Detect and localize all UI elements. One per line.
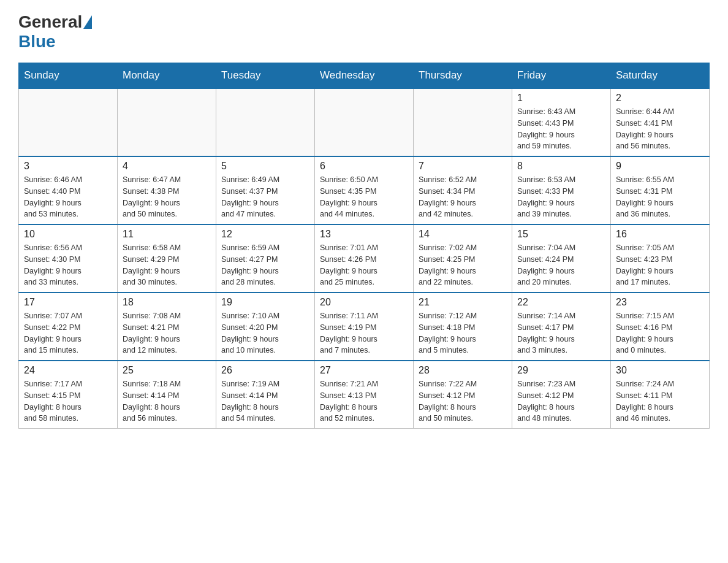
day-number: 6 xyxy=(320,161,408,172)
day-of-week-header: Friday xyxy=(512,63,611,89)
day-info: Sunrise: 7:04 AM Sunset: 4:24 PM Dayligh… xyxy=(517,242,605,288)
day-number: 26 xyxy=(221,365,309,376)
day-info: Sunrise: 6:58 AM Sunset: 4:29 PM Dayligh… xyxy=(123,242,211,288)
calendar-cell: 20Sunrise: 7:11 AM Sunset: 4:19 PM Dayli… xyxy=(315,293,414,361)
calendar-cell: 29Sunrise: 7:23 AM Sunset: 4:12 PM Dayli… xyxy=(512,361,611,429)
day-info: Sunrise: 7:08 AM Sunset: 4:21 PM Dayligh… xyxy=(123,310,211,356)
day-of-week-header: Wednesday xyxy=(315,63,414,89)
logo-blue-text: Blue xyxy=(18,32,56,52)
day-info: Sunrise: 7:15 AM Sunset: 4:16 PM Dayligh… xyxy=(616,310,704,356)
calendar-cell: 12Sunrise: 6:59 AM Sunset: 4:27 PM Dayli… xyxy=(216,224,315,293)
calendar-cell xyxy=(19,88,118,156)
calendar-cell: 9Sunrise: 6:55 AM Sunset: 4:31 PM Daylig… xyxy=(611,156,710,224)
calendar-cell xyxy=(216,88,315,156)
day-number: 22 xyxy=(517,297,605,308)
day-info: Sunrise: 7:19 AM Sunset: 4:14 PM Dayligh… xyxy=(221,378,309,424)
day-of-week-header: Saturday xyxy=(611,63,710,89)
day-number: 23 xyxy=(616,297,704,308)
day-info: Sunrise: 6:55 AM Sunset: 4:31 PM Dayligh… xyxy=(616,174,704,220)
day-number: 21 xyxy=(419,297,507,308)
calendar-table: SundayMondayTuesdayWednesdayThursdayFrid… xyxy=(18,63,710,429)
calendar-cell: 19Sunrise: 7:10 AM Sunset: 4:20 PM Dayli… xyxy=(216,293,315,361)
day-info: Sunrise: 6:47 AM Sunset: 4:38 PM Dayligh… xyxy=(123,174,211,220)
day-number: 7 xyxy=(419,161,507,172)
calendar-cell: 30Sunrise: 7:24 AM Sunset: 4:11 PM Dayli… xyxy=(611,361,710,429)
day-number: 12 xyxy=(221,229,309,240)
calendar-cell: 24Sunrise: 7:17 AM Sunset: 4:15 PM Dayli… xyxy=(19,361,118,429)
calendar-cell: 8Sunrise: 6:53 AM Sunset: 4:33 PM Daylig… xyxy=(512,156,611,224)
day-info: Sunrise: 6:49 AM Sunset: 4:37 PM Dayligh… xyxy=(221,174,309,220)
day-number: 11 xyxy=(123,229,211,240)
day-of-week-header: Tuesday xyxy=(216,63,315,89)
day-number: 19 xyxy=(221,297,309,308)
day-number: 8 xyxy=(517,161,605,172)
day-info: Sunrise: 7:10 AM Sunset: 4:20 PM Dayligh… xyxy=(221,310,309,356)
day-number: 18 xyxy=(123,297,211,308)
day-info: Sunrise: 7:14 AM Sunset: 4:17 PM Dayligh… xyxy=(517,310,605,356)
day-number: 1 xyxy=(517,93,605,104)
calendar-cell: 25Sunrise: 7:18 AM Sunset: 4:14 PM Dayli… xyxy=(118,361,216,429)
calendar-cell: 7Sunrise: 6:52 AM Sunset: 4:34 PM Daylig… xyxy=(414,156,512,224)
day-number: 5 xyxy=(221,161,309,172)
logo-triangle-icon xyxy=(83,15,92,29)
day-info: Sunrise: 6:46 AM Sunset: 4:40 PM Dayligh… xyxy=(24,174,112,220)
day-number: 15 xyxy=(517,229,605,240)
calendar-cell: 15Sunrise: 7:04 AM Sunset: 4:24 PM Dayli… xyxy=(512,224,611,293)
day-info: Sunrise: 7:11 AM Sunset: 4:19 PM Dayligh… xyxy=(320,310,408,356)
day-info: Sunrise: 7:12 AM Sunset: 4:18 PM Dayligh… xyxy=(419,310,507,356)
calendar-cell: 22Sunrise: 7:14 AM Sunset: 4:17 PM Dayli… xyxy=(512,293,611,361)
calendar-cell: 26Sunrise: 7:19 AM Sunset: 4:14 PM Dayli… xyxy=(216,361,315,429)
day-number: 13 xyxy=(320,229,408,240)
day-number: 29 xyxy=(517,365,605,376)
day-of-week-header: Thursday xyxy=(414,63,512,89)
calendar-week-row: 10Sunrise: 6:56 AM Sunset: 4:30 PM Dayli… xyxy=(19,224,710,293)
day-number: 14 xyxy=(419,229,507,240)
calendar-cell: 2Sunrise: 6:44 AM Sunset: 4:41 PM Daylig… xyxy=(611,88,710,156)
logo-general-text: General xyxy=(18,12,82,32)
day-info: Sunrise: 7:23 AM Sunset: 4:12 PM Dayligh… xyxy=(517,378,605,424)
day-info: Sunrise: 7:18 AM Sunset: 4:14 PM Dayligh… xyxy=(123,378,211,424)
calendar-cell: 23Sunrise: 7:15 AM Sunset: 4:16 PM Dayli… xyxy=(611,293,710,361)
day-number: 3 xyxy=(24,161,112,172)
day-number: 30 xyxy=(616,365,704,376)
day-info: Sunrise: 6:52 AM Sunset: 4:34 PM Dayligh… xyxy=(419,174,507,220)
calendar-cell: 13Sunrise: 7:01 AM Sunset: 4:26 PM Dayli… xyxy=(315,224,414,293)
day-number: 2 xyxy=(616,93,704,104)
calendar-cell: 28Sunrise: 7:22 AM Sunset: 4:12 PM Dayli… xyxy=(414,361,512,429)
day-info: Sunrise: 7:01 AM Sunset: 4:26 PM Dayligh… xyxy=(320,242,408,288)
day-info: Sunrise: 7:21 AM Sunset: 4:13 PM Dayligh… xyxy=(320,378,408,424)
calendar-cell xyxy=(414,88,512,156)
calendar-cell: 27Sunrise: 7:21 AM Sunset: 4:13 PM Dayli… xyxy=(315,361,414,429)
calendar-week-row: 17Sunrise: 7:07 AM Sunset: 4:22 PM Dayli… xyxy=(19,293,710,361)
calendar-week-row: 3Sunrise: 6:46 AM Sunset: 4:40 PM Daylig… xyxy=(19,156,710,224)
calendar-cell: 18Sunrise: 7:08 AM Sunset: 4:21 PM Dayli… xyxy=(118,293,216,361)
day-of-week-header: Sunday xyxy=(19,63,118,89)
day-info: Sunrise: 6:43 AM Sunset: 4:43 PM Dayligh… xyxy=(517,106,605,152)
calendar-cell: 3Sunrise: 6:46 AM Sunset: 4:40 PM Daylig… xyxy=(19,156,118,224)
day-info: Sunrise: 6:56 AM Sunset: 4:30 PM Dayligh… xyxy=(24,242,112,288)
logo: General Blue xyxy=(18,12,93,52)
day-number: 27 xyxy=(320,365,408,376)
day-info: Sunrise: 6:44 AM Sunset: 4:41 PM Dayligh… xyxy=(616,106,704,152)
day-number: 17 xyxy=(24,297,112,308)
day-number: 28 xyxy=(419,365,507,376)
calendar-cell: 16Sunrise: 7:05 AM Sunset: 4:23 PM Dayli… xyxy=(611,224,710,293)
day-info: Sunrise: 6:50 AM Sunset: 4:35 PM Dayligh… xyxy=(320,174,408,220)
day-number: 10 xyxy=(24,229,112,240)
day-info: Sunrise: 6:59 AM Sunset: 4:27 PM Dayligh… xyxy=(221,242,309,288)
day-info: Sunrise: 7:24 AM Sunset: 4:11 PM Dayligh… xyxy=(616,378,704,424)
calendar-header-row: SundayMondayTuesdayWednesdayThursdayFrid… xyxy=(19,63,710,89)
calendar-cell: 21Sunrise: 7:12 AM Sunset: 4:18 PM Dayli… xyxy=(414,293,512,361)
day-number: 9 xyxy=(616,161,704,172)
day-number: 20 xyxy=(320,297,408,308)
calendar-cell: 17Sunrise: 7:07 AM Sunset: 4:22 PM Dayli… xyxy=(19,293,118,361)
header: General Blue xyxy=(18,12,710,52)
day-of-week-header: Monday xyxy=(118,63,216,89)
calendar-cell: 6Sunrise: 6:50 AM Sunset: 4:35 PM Daylig… xyxy=(315,156,414,224)
day-number: 4 xyxy=(123,161,211,172)
day-info: Sunrise: 7:02 AM Sunset: 4:25 PM Dayligh… xyxy=(419,242,507,288)
calendar-cell xyxy=(315,88,414,156)
calendar-cell: 4Sunrise: 6:47 AM Sunset: 4:38 PM Daylig… xyxy=(118,156,216,224)
day-info: Sunrise: 7:07 AM Sunset: 4:22 PM Dayligh… xyxy=(24,310,112,356)
day-info: Sunrise: 6:53 AM Sunset: 4:33 PM Dayligh… xyxy=(517,174,605,220)
